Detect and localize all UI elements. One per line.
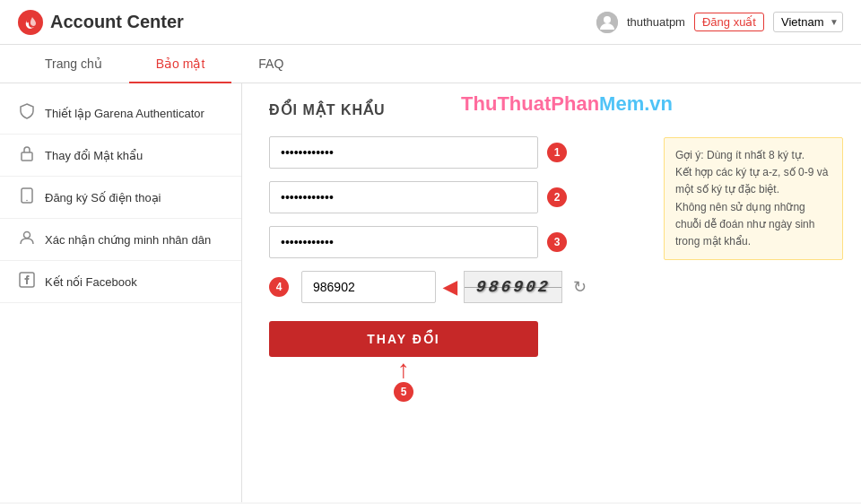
new-password-input[interactable] — [269, 181, 538, 213]
hint-line2: Kết hợp các ký tự a-z, số 0-9 và một số … — [675, 166, 828, 196]
logout-button[interactable]: Đăng xuất — [694, 13, 764, 31]
header-right: thuthuatpm Đăng xuất Vietnam ▼ — [596, 12, 843, 33]
tab-faq[interactable]: FAQ — [231, 46, 310, 83]
sidebar-item-authenticator[interactable]: Thiết lập Garena Authenticator — [0, 92, 241, 135]
svg-point-2 — [604, 16, 611, 23]
step-5-arrow-icon: ↑ — [397, 357, 410, 382]
facebook-icon — [18, 272, 36, 291]
main-layout: Thiết lập Garena Authenticator Thay đổi … — [0, 83, 861, 502]
submit-wrapper: THAY ĐỔI ↑ 5 — [269, 321, 538, 357]
tab-home[interactable]: Trang chủ — [18, 46, 129, 83]
sidebar-item-phone-label: Đăng ký Số điện thoại — [45, 191, 161, 204]
country-selector-wrapper[interactable]: Vietnam ▼ — [773, 12, 843, 32]
svg-point-5 — [26, 200, 28, 202]
user-icon — [18, 230, 36, 249]
hint-line1: Gợi ý: Dùng ít nhất 8 ký tự. — [675, 149, 804, 161]
country-select[interactable]: Vietnam — [773, 12, 843, 32]
garena-logo-icon — [18, 10, 43, 35]
sidebar-item-id-label: Xác nhận chứng minh nhân dân — [45, 233, 211, 247]
step-4-badge: 4 — [269, 277, 289, 297]
svg-rect-3 — [22, 152, 32, 161]
nav-tabs: Trang chủ Bảo mật FAQ — [0, 45, 861, 83]
sidebar: Thiết lập Garena Authenticator Thay đổi … — [0, 83, 242, 502]
step-3-badge: 3 — [547, 232, 567, 252]
captcha-text: 986902 — [475, 278, 552, 296]
current-password-input[interactable] — [269, 136, 538, 169]
sidebar-item-phone[interactable]: Đăng ký Số điện thoại — [0, 177, 241, 219]
phone-icon — [18, 187, 36, 207]
hint-box: Gợi ý: Dùng ít nhất 8 ký tự. Kết hợp các… — [664, 137, 843, 260]
hint-line3: Không nên sử dụng những chuỗi dễ đoán nh… — [675, 201, 814, 248]
logo-area: Account Center — [18, 10, 184, 35]
username: thuthuatpm — [627, 15, 685, 29]
captcha-row: 4 ◀ 986902 ↻ — [269, 271, 834, 303]
sidebar-item-change-password[interactable]: Thay đổi Mật khẩu — [0, 135, 241, 177]
content-area: ThuThuatPhanMem.vn ĐỔI MẬT KHẨU 1 2 3 4 … — [242, 83, 861, 502]
step-1-badge: 1 — [547, 143, 567, 162]
captcha-input[interactable] — [301, 271, 436, 303]
sidebar-item-facebook-label: Kết nối Facebook — [45, 275, 137, 289]
sidebar-item-password-label: Thay đổi Mật khẩu — [45, 149, 143, 162]
submit-button[interactable]: THAY ĐỔI — [269, 321, 538, 357]
confirm-password-input[interactable] — [269, 226, 538, 258]
step-5-group: ↑ 5 — [394, 357, 413, 402]
refresh-captcha-button[interactable]: ↻ — [573, 277, 587, 297]
avatar — [596, 12, 618, 33]
captcha-arrow-icon: ◀ — [443, 276, 457, 298]
app-title: Account Center — [50, 12, 184, 32]
header: Account Center thuthuatpm Đăng xuất Viet… — [0, 0, 861, 45]
sidebar-item-facebook[interactable]: Kết nối Facebook — [0, 261, 241, 303]
captcha-image: 986902 — [464, 271, 562, 303]
tab-security[interactable]: Bảo mật — [129, 46, 232, 83]
lock-icon — [18, 145, 36, 165]
svg-point-6 — [24, 232, 30, 239]
watermark-text: Thu — [461, 92, 497, 115]
sidebar-item-id-verify[interactable]: Xác nhận chứng minh nhân dân — [0, 219, 241, 261]
step-2-badge: 2 — [547, 187, 567, 207]
sidebar-item-authenticator-label: Thiết lập Garena Authenticator — [45, 107, 204, 120]
shield-icon — [18, 103, 36, 123]
watermark: ThuThuatPhanMem.vn — [461, 92, 673, 116]
step-5-badge: 5 — [394, 382, 413, 402]
